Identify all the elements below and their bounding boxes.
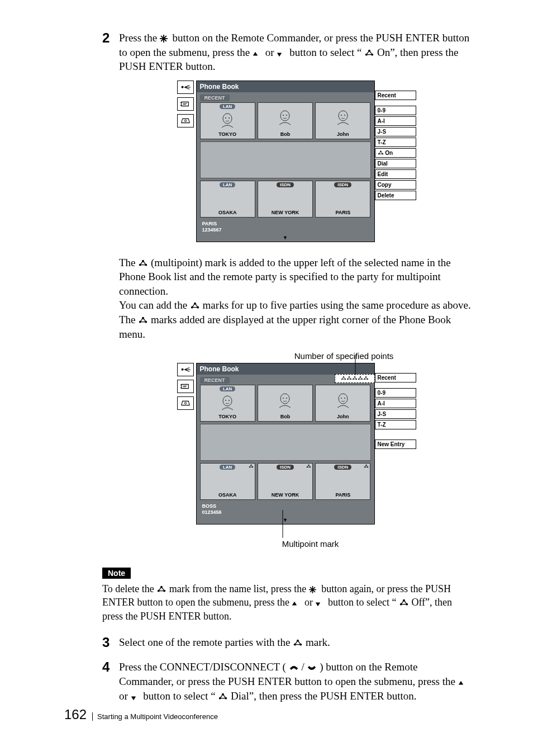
- right-tab[interactable]: T-Z: [375, 420, 416, 429]
- contact-card[interactable]: ISDNNEW YORK: [258, 181, 313, 218]
- face-icon: [275, 392, 294, 409]
- multipoint-corner-icon: [364, 464, 369, 470]
- step-number: 2: [102, 31, 119, 74]
- left-tab-camera-icon[interactable]: [177, 396, 194, 410]
- contact-card[interactable]: John: [315, 102, 370, 139]
- spacer: [375, 435, 416, 438]
- page-footer: 162 Starting a Multipoint Videoconferenc…: [64, 707, 218, 722]
- selected-entry: PARIS 1234567: [200, 220, 371, 235]
- right-tabs: Recent0-9A-IJ-ST-ZNew Entry: [375, 363, 416, 525]
- multipoint-icon: [190, 299, 200, 307]
- contact-name: PARIS: [317, 210, 369, 216]
- phone-book-title: Phone Book: [197, 363, 374, 375]
- contact-card[interactable]: ISDNNEW YORK: [258, 463, 313, 500]
- multipoint-corner-icon: [306, 464, 311, 470]
- network-tag: ISDN: [277, 182, 294, 187]
- spacer: [375, 384, 416, 387]
- pointer-line: [282, 510, 283, 538]
- network-tag: ISDN: [334, 182, 351, 187]
- face-icon: [218, 394, 237, 411]
- note-body: To delete the mark from the name list, p…: [102, 582, 474, 623]
- txt: mark.: [306, 636, 330, 648]
- contact-name: TOKYO: [202, 414, 254, 420]
- contact-card[interactable]: John: [315, 385, 370, 422]
- txt: button to select “: [289, 46, 361, 58]
- multipoint-icon: [364, 46, 374, 54]
- right-tab[interactable]: 0-9: [375, 388, 416, 398]
- txt: marks added are displayed at the upper r…: [119, 314, 451, 340]
- pointer-line: [355, 355, 356, 375]
- step-body: Press the button on the Remote Commander…: [119, 31, 474, 74]
- note-label: Note: [102, 568, 131, 579]
- step-number: 3: [102, 635, 119, 650]
- contact-card[interactable]: ISDNPARIS: [315, 181, 370, 218]
- contact-name: NEW YORK: [259, 492, 311, 498]
- left-tab-connect-icon[interactable]: [177, 363, 194, 376]
- contact-name: TOKYO: [202, 131, 254, 138]
- right-tab[interactable]: Copy: [375, 180, 416, 190]
- right-tab[interactable]: A-I: [375, 399, 416, 408]
- selected-name: BOSS: [202, 503, 369, 509]
- step-body: Select one of the remote parties with th…: [119, 635, 474, 650]
- contact-name: OSAKA: [202, 492, 254, 498]
- contact-card[interactable]: LANOSAKA: [200, 181, 255, 218]
- contact-card[interactable]: LANOSAKA: [200, 463, 255, 500]
- contact-name: NEW YORK: [259, 210, 311, 216]
- right-tabs: Recent0-9A-IJ-ST-Z OnDialEditCopyDelete: [375, 81, 416, 242]
- left-tab-list-icon[interactable]: [177, 97, 194, 111]
- right-tab[interactable]: On: [375, 148, 416, 158]
- multipoint-icon: [293, 636, 303, 644]
- page-number: 162: [64, 707, 87, 722]
- right-tab[interactable]: J-S: [375, 409, 416, 419]
- network-tag: ISDN: [334, 465, 351, 470]
- left-tab-list-icon[interactable]: [177, 380, 194, 393]
- contact-card[interactable]: LANTOKYO: [200, 102, 255, 139]
- step-number: 4: [102, 660, 119, 703]
- left-tab-camera-icon[interactable]: [177, 114, 194, 127]
- contact-name: John: [317, 414, 369, 420]
- network-tag: LAN: [220, 104, 235, 109]
- chapter-title: Starting a Multipoint Videoconference: [92, 712, 218, 721]
- txt: or: [265, 46, 277, 58]
- arrow-up-icon: [458, 675, 468, 683]
- contact-card-empty: [200, 141, 371, 178]
- contact-card[interactable]: LANTOKYO: [200, 385, 255, 422]
- right-tab[interactable]: Recent: [375, 91, 416, 100]
- recent-tab[interactable]: RECENT: [200, 94, 230, 101]
- contact-card[interactable]: Bob: [258, 385, 313, 422]
- txt: Press the: [119, 32, 160, 44]
- right-tab[interactable]: J-S: [375, 127, 416, 136]
- multipoint-icon: [138, 257, 148, 264]
- step-body: Press the CONNECT/DISCONNECT ( / ) butto…: [119, 660, 474, 703]
- right-tab[interactable]: A-I: [375, 116, 416, 126]
- left-tab-connect-icon[interactable]: [177, 81, 194, 94]
- right-tab[interactable]: Dial: [375, 159, 416, 168]
- left-tabs: [177, 363, 194, 525]
- right-tab[interactable]: 0-9: [375, 106, 416, 115]
- txt: You can add the: [119, 299, 190, 311]
- network-tag: ISDN: [277, 465, 294, 470]
- right-tab[interactable]: Edit: [375, 169, 416, 179]
- face-icon: [275, 109, 294, 126]
- phone-on-icon: [307, 661, 317, 669]
- pager-down-icon[interactable]: ▼: [197, 517, 374, 524]
- txt: button to select “: [143, 690, 215, 702]
- right-tab[interactable]: Recent: [375, 373, 416, 382]
- annotation-points: Number of specified points: [214, 351, 474, 361]
- txt: To delete the: [102, 583, 156, 594]
- face-icon: [218, 112, 237, 129]
- txt: Select one of the remote parties with th…: [119, 636, 293, 648]
- selected-number: 1234567: [202, 227, 369, 233]
- contact-card[interactable]: ISDNPARIS: [315, 463, 370, 500]
- spacer: [375, 101, 416, 105]
- right-tab[interactable]: New Entry: [375, 440, 416, 449]
- recent-tab[interactable]: RECENT: [200, 377, 230, 384]
- right-tab[interactable]: Delete: [375, 191, 416, 200]
- step-3: 3 Select one of the remote parties with …: [102, 635, 474, 650]
- pager-down-icon[interactable]: ▼: [197, 235, 374, 242]
- txt: Dial”, then press the PUSH ENTER button.: [231, 690, 416, 702]
- contact-name: PARIS: [317, 492, 369, 498]
- right-tab[interactable]: T-Z: [375, 138, 416, 147]
- contact-card[interactable]: Bob: [258, 102, 313, 139]
- arrow-down-icon: [131, 690, 141, 698]
